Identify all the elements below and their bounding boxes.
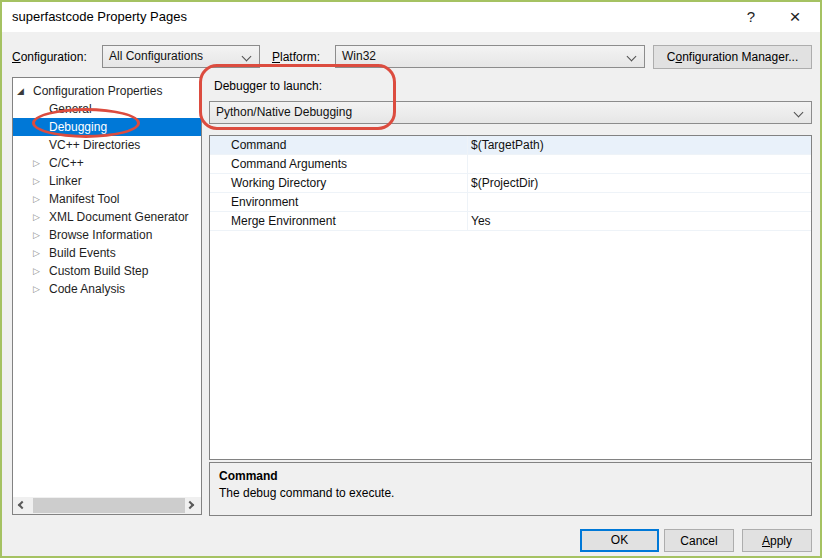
apply-button[interactable]: Apply xyxy=(742,529,812,552)
configuration-label: Configuration: xyxy=(12,50,87,64)
property-description-panel: Command The debug command to execute. xyxy=(209,462,812,516)
platform-dropdown[interactable]: Win32 xyxy=(335,45,645,68)
title-bar: superfastcode Property Pages ? × xyxy=(2,2,820,32)
description-text: The debug command to execute. xyxy=(219,486,802,500)
grid-row-merge-environment[interactable]: Merge Environment Yes xyxy=(210,212,811,231)
property-value[interactable] xyxy=(468,155,811,173)
tree-item-general[interactable]: General xyxy=(13,100,201,118)
tree-item-browse-information[interactable]: ▷ Browse Information xyxy=(13,226,201,244)
platform-label: Platform: xyxy=(272,50,320,64)
grid-row-working-directory[interactable]: Working Directory $(ProjectDir) xyxy=(210,174,811,193)
cancel-button[interactable]: Cancel xyxy=(664,529,734,552)
scrollbar-thumb[interactable] xyxy=(33,498,185,513)
tree-horizontal-scrollbar[interactable] xyxy=(13,497,201,514)
window-title: superfastcode Property Pages xyxy=(12,2,187,32)
property-tree-panel: ◢ Configuration Properties General Debug… xyxy=(12,77,202,515)
configuration-manager-button[interactable]: Configuration Manager... xyxy=(653,45,812,69)
expander-collapsed-icon[interactable]: ▷ xyxy=(33,262,40,280)
grid-row-environment[interactable]: Environment xyxy=(210,193,811,212)
property-value[interactable]: $(ProjectDir) xyxy=(468,174,811,192)
tree-item-configuration-properties[interactable]: ◢ Configuration Properties xyxy=(13,82,201,100)
property-name[interactable]: Command xyxy=(210,136,468,154)
property-name[interactable]: Working Directory xyxy=(210,174,468,192)
ok-button[interactable]: OK xyxy=(580,529,659,552)
expander-collapsed-icon[interactable]: ▷ xyxy=(33,244,40,262)
tree-item-vcpp-directories[interactable]: VC++ Directories xyxy=(13,136,201,154)
chevron-down-icon xyxy=(794,108,804,118)
tree-item-linker[interactable]: ▷ Linker xyxy=(13,172,201,190)
property-value[interactable]: Yes xyxy=(468,212,811,230)
help-icon[interactable]: ? xyxy=(734,2,768,32)
tree-item-custom-build-step[interactable]: ▷ Custom Build Step xyxy=(13,262,201,280)
expander-collapsed-icon[interactable]: ▷ xyxy=(33,172,40,190)
chevron-down-icon xyxy=(627,52,637,62)
tree-item-debugging[interactable]: Debugging xyxy=(13,118,201,136)
grid-row-command[interactable]: Command $(TargetPath) xyxy=(210,136,811,155)
tree-item-build-events[interactable]: ▷ Build Events xyxy=(13,244,201,262)
property-grid: Command $(TargetPath) Command Arguments … xyxy=(209,135,812,460)
expander-expanded-icon[interactable]: ◢ xyxy=(17,82,24,100)
tree-item-c-cpp[interactable]: ▷ C/C++ xyxy=(13,154,201,172)
tree-item-xml-document-generator[interactable]: ▷ XML Document Generator xyxy=(13,208,201,226)
configuration-dropdown[interactable]: All Configurations xyxy=(102,45,260,68)
expander-collapsed-icon[interactable]: ▷ xyxy=(33,208,40,226)
scroll-left-icon[interactable] xyxy=(13,497,30,514)
grid-row-command-arguments[interactable]: Command Arguments xyxy=(210,155,811,174)
expander-collapsed-icon[interactable]: ▷ xyxy=(33,190,40,208)
property-value[interactable] xyxy=(468,193,811,211)
tree-item-code-analysis[interactable]: ▷ Code Analysis xyxy=(13,280,201,298)
configuration-dropdown-value: All Configurations xyxy=(109,49,203,63)
tree-item-manifest-tool[interactable]: ▷ Manifest Tool xyxy=(13,190,201,208)
description-title: Command xyxy=(219,469,802,483)
property-name[interactable]: Environment xyxy=(210,193,468,211)
scroll-right-icon[interactable] xyxy=(184,497,201,514)
platform-dropdown-value: Win32 xyxy=(342,49,376,63)
close-icon[interactable]: × xyxy=(778,2,812,32)
property-name[interactable]: Merge Environment xyxy=(210,212,468,230)
property-value[interactable]: $(TargetPath) xyxy=(468,136,811,154)
expander-collapsed-icon[interactable]: ▷ xyxy=(33,154,40,172)
property-pages-dialog: superfastcode Property Pages ? × Configu… xyxy=(0,0,822,558)
property-name[interactable]: Command Arguments xyxy=(210,155,468,173)
expander-collapsed-icon[interactable]: ▷ xyxy=(33,226,40,244)
debugger-dropdown-value: Python/Native Debugging xyxy=(216,105,352,119)
chevron-down-icon xyxy=(242,52,252,62)
expander-collapsed-icon[interactable]: ▷ xyxy=(33,280,40,298)
debugger-to-launch-label: Debugger to launch: xyxy=(214,79,322,93)
debugger-dropdown[interactable]: Python/Native Debugging xyxy=(209,101,812,124)
